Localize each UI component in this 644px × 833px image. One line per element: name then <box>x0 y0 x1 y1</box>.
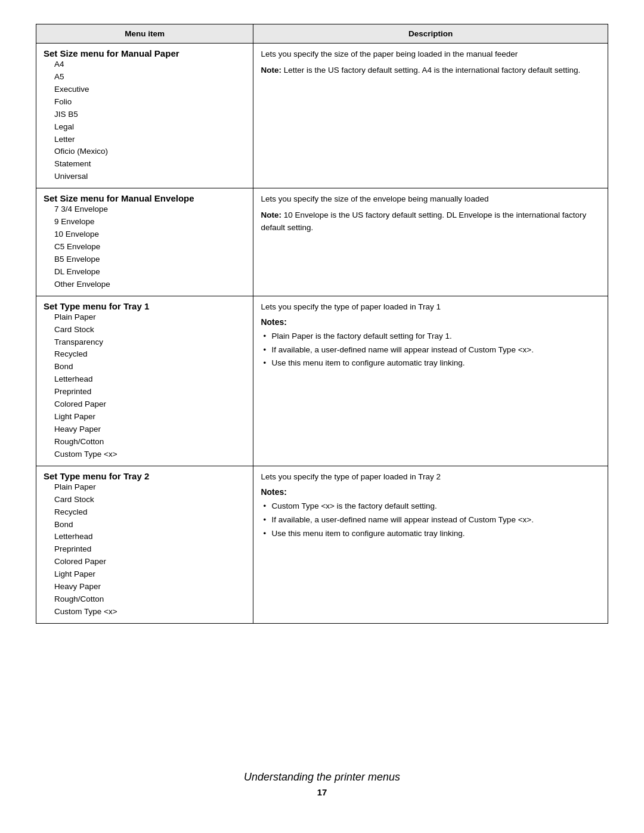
sub-item: Letterhead <box>44 373 246 386</box>
menu-title-set-type-tray2: Set Type menu for Tray 2 <box>44 471 149 481</box>
sub-item: Plain Paper <box>44 311 246 324</box>
notes-label-set-type-tray1: Notes: <box>261 317 287 327</box>
sub-item: Rough/Cotton <box>44 593 246 606</box>
sub-item: B5 Envelope <box>44 253 246 266</box>
table-row-set-size-manual-paper: Set Size menu for Manual PaperA4A5Execut… <box>36 44 608 188</box>
footer-title: Understanding the printer menus <box>36 771 608 784</box>
notes-label-set-type-tray2: Notes: <box>261 487 287 497</box>
desc-cell-set-size-manual-envelope: Lets you specify the size of the envelop… <box>253 188 608 296</box>
notes-list-set-type-tray1: Plain Paper is the factory default setti… <box>261 330 600 370</box>
footer-page-number: 17 <box>36 787 608 797</box>
sub-item: Recycled <box>44 506 246 519</box>
sub-item: JIS B5 <box>44 109 246 121</box>
desc-cell-set-size-manual-paper: Lets you specify the size of the paper b… <box>253 44 608 188</box>
sub-item: Card Stock <box>44 324 246 336</box>
note-label-set-size-manual-paper: Note: <box>261 66 283 75</box>
sub-item: 7 3/4 Envelope <box>44 203 246 216</box>
sub-item: Letter <box>44 134 246 146</box>
sub-item: Heavy Paper <box>44 423 246 436</box>
menu-title-set-type-tray1: Set Type menu for Tray 1 <box>44 301 149 311</box>
sub-item: Letterhead <box>44 531 246 543</box>
sub-item: Transparency <box>44 336 246 349</box>
sub-item: Preprinted <box>44 386 246 398</box>
sub-item: Bond <box>44 361 246 373</box>
sub-item: 10 Envelope <box>44 228 246 241</box>
sub-item: Oficio (Mexico) <box>44 145 246 158</box>
desc-text-set-size-manual-envelope: Lets you specify the size of the envelop… <box>261 193 600 206</box>
sub-item: Executive <box>44 83 246 96</box>
sub-item: 9 Envelope <box>44 216 246 228</box>
list-item: Plain Paper is the factory default setti… <box>261 330 600 343</box>
list-item: Use this menu item to configure automati… <box>261 528 600 540</box>
list-item: If available, a user-defined name will a… <box>261 514 600 527</box>
note-set-size-manual-envelope: Note: 10 Envelope is the US factory defa… <box>261 209 600 234</box>
sub-item: Colored Paper <box>44 556 246 568</box>
list-item: If available, a user-defined name will a… <box>261 344 600 357</box>
sub-item: Rough/Cotton <box>44 436 246 448</box>
table-row-set-type-tray2: Set Type menu for Tray 2Plain PaperCard … <box>36 466 608 623</box>
sub-item: Plain Paper <box>44 481 246 494</box>
page-footer: Understanding the printer menus 17 <box>36 771 608 797</box>
note-label-set-size-manual-envelope: Note: <box>261 210 283 219</box>
sub-item: DL Envelope <box>44 266 246 278</box>
sub-item: Heavy Paper <box>44 581 246 593</box>
desc-text-set-size-manual-paper: Lets you specify the size of the paper b… <box>261 48 600 61</box>
sub-item: A5 <box>44 71 246 83</box>
sub-item: Preprinted <box>44 543 246 556</box>
list-item: Custom Type <x> is the factory default s… <box>261 500 600 513</box>
notes-list-set-type-tray2: Custom Type <x> is the factory default s… <box>261 500 600 540</box>
sub-item: Folio <box>44 96 246 109</box>
sub-item: Universal <box>44 171 246 183</box>
notes-header-set-type-tray2: Notes: <box>261 487 600 497</box>
sub-item: A4 <box>44 58 246 71</box>
list-item: Use this menu item to configure automati… <box>261 357 600 370</box>
page-content: Menu item Description Set Size menu for … <box>36 24 608 753</box>
menu-cell-set-type-tray2: Set Type menu for Tray 2Plain PaperCard … <box>36 466 253 623</box>
main-table: Menu item Description Set Size menu for … <box>36 24 608 624</box>
sub-item: C5 Envelope <box>44 241 246 253</box>
menu-title-set-size-manual-paper: Set Size menu for Manual Paper <box>44 48 179 58</box>
menu-title-set-size-manual-envelope: Set Size menu for Manual Envelope <box>44 193 194 203</box>
header-description: Description <box>253 24 608 44</box>
desc-cell-set-type-tray1: Lets you specify the type of paper loade… <box>253 296 608 466</box>
menu-cell-set-type-tray1: Set Type menu for Tray 1Plain PaperCard … <box>36 296 253 466</box>
header-menu-item: Menu item <box>36 24 253 44</box>
sub-item: Card Stock <box>44 494 246 506</box>
notes-header-set-type-tray1: Notes: <box>261 317 600 327</box>
desc-text-set-type-tray2: Lets you specify the type of paper loade… <box>261 471 600 484</box>
sub-item: Custom Type <x> <box>44 606 246 618</box>
sub-item: Custom Type <x> <box>44 448 246 461</box>
menu-cell-set-size-manual-paper: Set Size menu for Manual PaperA4A5Execut… <box>36 44 253 188</box>
table-row-set-type-tray1: Set Type menu for Tray 1Plain PaperCard … <box>36 296 608 466</box>
menu-cell-set-size-manual-envelope: Set Size menu for Manual Envelope7 3/4 E… <box>36 188 253 296</box>
table-row-set-size-manual-envelope: Set Size menu for Manual Envelope7 3/4 E… <box>36 188 608 296</box>
sub-item: Other Envelope <box>44 278 246 291</box>
sub-item: Light Paper <box>44 411 246 423</box>
sub-item: Statement <box>44 158 246 171</box>
sub-item: Light Paper <box>44 568 246 581</box>
sub-item: Legal <box>44 121 246 134</box>
desc-text-set-type-tray1: Lets you specify the type of paper loade… <box>261 301 600 314</box>
note-set-size-manual-paper: Note: Letter is the US factory default s… <box>261 64 600 77</box>
sub-item: Bond <box>44 519 246 531</box>
sub-item: Recycled <box>44 348 246 361</box>
sub-item: Colored Paper <box>44 398 246 411</box>
desc-cell-set-type-tray2: Lets you specify the type of paper loade… <box>253 466 608 623</box>
